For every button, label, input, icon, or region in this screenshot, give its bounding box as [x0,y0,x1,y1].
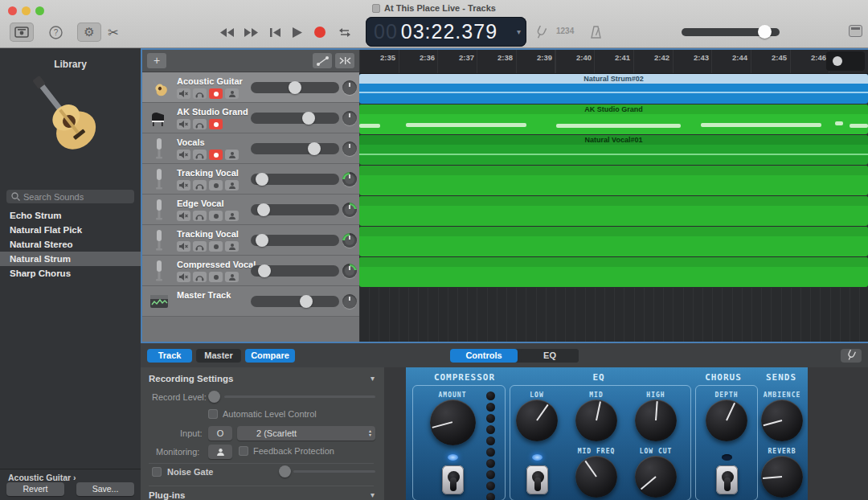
zoom-handle[interactable] [833,56,842,66]
noise-gate-knob[interactable] [279,465,291,477]
editors-button[interactable]: ✂ [104,23,122,42]
pan-knob[interactable] [342,80,357,95]
compressor-amount-knob[interactable] [430,400,476,445]
volume-slider[interactable] [251,82,339,93]
mute-button[interactable] [177,119,190,129]
region-natural-strum[interactable]: Natural Strum#02 [359,74,868,104]
pan-knob[interactable] [342,111,357,125]
mute-button[interactable] [177,180,190,191]
mute-button[interactable] [177,241,190,252]
track-header-acoustic-guitar[interactable]: Acoustic Guitar [142,72,359,103]
input-monitoring-button[interactable] [225,150,239,160]
input-monitoring-button[interactable] [225,241,239,252]
volume-handle[interactable] [289,81,301,94]
go-to-beginning-button[interactable] [267,23,283,42]
count-in-button[interactable]: 1234 [556,27,574,35]
lcd-mode-chevron-icon[interactable]: ▾ [517,27,521,36]
region-tracking-vocal-1[interactable] [359,166,868,195]
sends-ambience-knob[interactable] [761,400,803,441]
record-enable-button[interactable] [209,88,223,99]
volume-handle[interactable] [256,173,268,186]
mute-button[interactable] [177,150,190,160]
chorus-depth-knob[interactable] [706,400,747,441]
eq-low-knob[interactable] [516,400,558,441]
horizontal-zoom-slider[interactable] [826,51,865,71]
track-header-compressed-vocal[interactable]: Compressed Vocal [142,256,359,286]
volume-handle[interactable] [308,142,321,155]
cycle-button[interactable] [336,23,354,42]
tab-compare[interactable]: Compare [245,349,295,363]
sound-item-natural-stereo[interactable]: Natural Stereo [0,237,141,252]
feedback-protection-checkbox[interactable] [239,446,248,456]
master-tuner-button[interactable] [841,349,862,363]
automation-button[interactable] [313,53,332,68]
track-header-vocals[interactable]: Vocals [142,133,359,164]
rewind-button[interactable] [219,23,235,42]
input-format-button[interactable]: O [208,426,232,441]
master-volume-handle[interactable] [758,25,772,39]
save-button[interactable]: Save... [76,482,134,496]
pan-knob[interactable] [342,203,357,217]
quick-help-button[interactable]: ? [47,23,64,42]
play-button[interactable] [289,23,305,42]
region-edge-vocal[interactable] [359,196,868,226]
sound-item-natural-strum[interactable]: Natural Strum [0,252,141,266]
input-monitoring-button[interactable] [225,211,239,221]
notepads-button[interactable] [849,25,862,37]
mute-button[interactable] [177,88,190,99]
library-toggle-button[interactable] [10,23,34,42]
solo-button[interactable] [193,241,207,252]
current-patch-breadcrumb[interactable]: Acoustic Guitar › [8,473,76,482]
region-compressed-vocal[interactable] [359,257,868,287]
record-enable-button[interactable] [209,241,223,252]
tab-track[interactable]: Track [147,349,192,363]
revert-button[interactable]: Revert [6,482,64,496]
volume-slider[interactable] [251,235,339,246]
volume-slider[interactable] [251,174,339,185]
record-enable-button[interactable] [209,119,223,129]
volume-handle[interactable] [258,264,271,277]
volume-handle[interactable] [302,112,315,125]
region-tracking-vocal-2[interactable] [359,227,868,256]
lcd-display[interactable]: 00 03:22.379 ▾ [366,17,526,47]
region-ak-studio-grand[interactable]: AK Studio Grand [359,105,868,134]
record-button[interactable] [312,23,328,42]
track-header-ak-studio-grand[interactable]: AK Studio Grand [142,103,359,133]
volume-slider[interactable] [251,204,339,215]
region-natural-vocal[interactable]: Natural Vocal#01 [359,135,868,165]
noise-gate-track[interactable] [293,470,375,473]
eq-low-cut-knob[interactable] [635,456,677,498]
add-track-button[interactable]: + [147,53,166,68]
smart-controls-button[interactable]: ⚙ [77,23,101,42]
mute-button[interactable] [177,272,190,282]
record-level-track[interactable] [224,395,375,398]
tab-controls[interactable]: Controls [450,349,518,363]
volume-slider[interactable] [251,265,339,277]
pan-knob[interactable] [342,172,357,186]
track-header-tracking-vocal-2[interactable]: Tracking Vocal [142,225,359,256]
sends-reverb-knob[interactable] [761,456,803,498]
eq-mid-freq-knob[interactable] [575,456,617,498]
volume-handle[interactable] [256,234,268,247]
pan-knob[interactable] [342,141,357,156]
volume-slider[interactable] [251,296,339,307]
tab-master[interactable]: Master [196,349,241,363]
chevron-down-icon[interactable]: ▾ [371,374,375,383]
volume-handle[interactable] [257,203,270,216]
search-sounds-field[interactable]: Search Sounds [6,190,134,203]
solo-button[interactable] [193,211,207,221]
sound-item-natural-flat-pick[interactable]: Natural Flat Pick [0,223,141,237]
forward-button[interactable] [243,23,259,42]
sound-item-echo-strum[interactable]: Echo Strum [0,208,141,223]
chorus-power-switch[interactable] [716,465,738,494]
noise-gate-checkbox[interactable] [152,467,162,477]
record-level-knob[interactable] [208,391,220,403]
volume-handle[interactable] [300,295,313,308]
collapse-track-headers-button[interactable] [335,53,354,68]
solo-button[interactable] [193,272,207,282]
tuner-button[interactable] [532,23,550,42]
input-monitoring-button[interactable] [225,272,239,282]
solo-button[interactable] [193,119,207,129]
recording-settings-title[interactable]: Recording Settings [149,374,233,383]
solo-button[interactable] [193,88,207,99]
